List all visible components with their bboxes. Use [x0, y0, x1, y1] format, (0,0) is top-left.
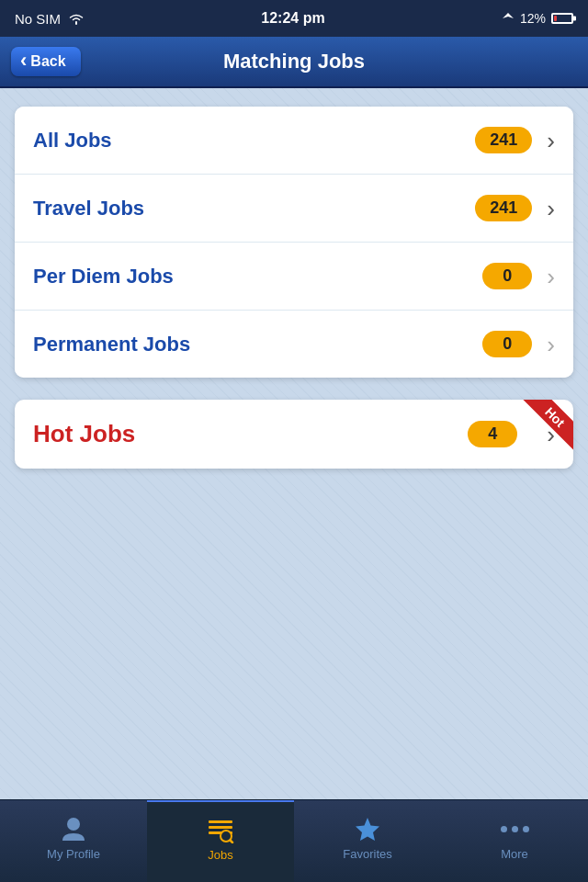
- back-button[interactable]: Back: [11, 47, 81, 76]
- jobs-list-card: All Jobs 241 › Travel Jobs 241 › Per Die…: [15, 107, 573, 378]
- jobs-icon: [206, 815, 235, 844]
- travel-jobs-label: Travel Jobs: [33, 197, 475, 220]
- status-bar: No SIM 12:24 pm 12%: [0, 0, 588, 37]
- tab-my-profile[interactable]: My Profile: [0, 800, 147, 882]
- battery-percent: 12%: [520, 11, 546, 26]
- location-icon: [502, 12, 514, 25]
- svg-marker-6: [356, 818, 379, 841]
- tab-more-label: More: [501, 847, 528, 861]
- svg-line-5: [231, 841, 233, 843]
- main-content: All Jobs 241 › Travel Jobs 241 › Per Die…: [0, 88, 588, 799]
- svg-rect-1: [209, 820, 232, 823]
- tab-more[interactable]: More: [441, 800, 588, 882]
- permanent-jobs-count: 0: [482, 331, 532, 357]
- travel-jobs-chevron: ›: [547, 197, 555, 220]
- favorites-icon: [353, 814, 382, 843]
- tab-favorites[interactable]: Favorites: [294, 800, 441, 882]
- hot-jobs-label: Hot Jobs: [33, 420, 468, 448]
- wifi-icon: [68, 12, 85, 25]
- tab-jobs[interactable]: Jobs: [147, 800, 294, 882]
- all-jobs-chevron: ›: [547, 129, 555, 153]
- profile-icon: [59, 814, 88, 843]
- tab-bar: My Profile Jobs Favorites: [0, 799, 588, 882]
- hot-badge: Hot: [522, 400, 573, 450]
- hot-corner: Hot: [509, 400, 573, 464]
- hot-jobs-card: Hot Hot Jobs 4 ›: [15, 400, 573, 469]
- status-left: No SIM: [15, 11, 85, 27]
- svg-rect-2: [209, 826, 232, 829]
- per-diem-jobs-row[interactable]: Per Diem Jobs 0 ›: [15, 243, 573, 311]
- permanent-jobs-label: Permanent Jobs: [33, 333, 482, 356]
- tab-my-profile-label: My Profile: [47, 847, 100, 861]
- carrier-text: No SIM: [15, 11, 61, 27]
- per-diem-jobs-count: 0: [482, 263, 532, 289]
- per-diem-jobs-chevron: ›: [547, 265, 555, 288]
- permanent-jobs-row[interactable]: Permanent Jobs 0 ›: [15, 311, 573, 378]
- all-jobs-row[interactable]: All Jobs 241 ›: [15, 107, 573, 175]
- svg-point-0: [67, 818, 80, 831]
- per-diem-jobs-label: Per Diem Jobs: [33, 265, 482, 288]
- permanent-jobs-chevron: ›: [547, 333, 555, 356]
- page-title: Matching Jobs: [223, 50, 365, 74]
- travel-jobs-count: 241: [475, 195, 532, 221]
- battery-icon: [551, 13, 573, 24]
- nav-bar: Back Matching Jobs: [0, 37, 588, 88]
- all-jobs-count: 241: [475, 127, 532, 153]
- travel-jobs-row[interactable]: Travel Jobs 241 ›: [15, 175, 573, 243]
- more-icon: [500, 814, 529, 843]
- all-jobs-label: All Jobs: [33, 129, 475, 153]
- tab-favorites-label: Favorites: [343, 847, 391, 861]
- hot-jobs-row[interactable]: Hot Jobs 4 ›: [15, 400, 573, 469]
- tab-jobs-label: Jobs: [208, 848, 232, 862]
- status-time: 12:24 pm: [261, 10, 324, 27]
- status-right: 12%: [502, 11, 573, 26]
